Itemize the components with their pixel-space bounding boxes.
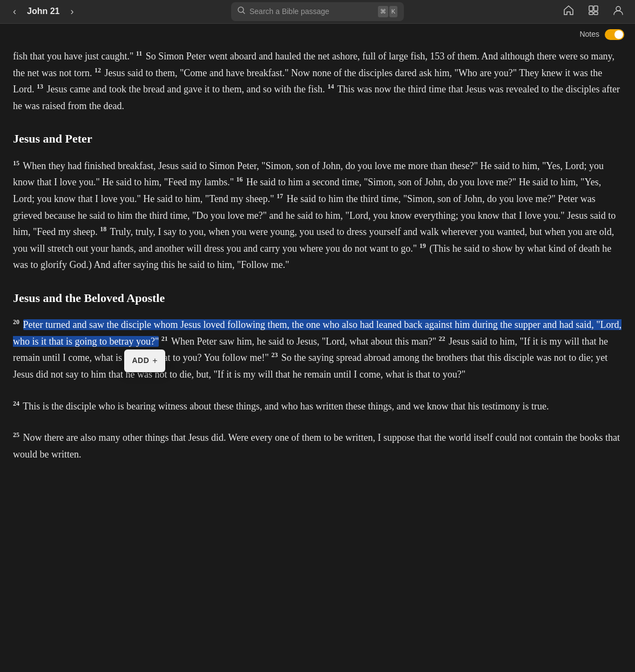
svg-rect-5 bbox=[594, 12, 598, 15]
verse-num-21: 21 bbox=[161, 335, 168, 342]
library-button[interactable] bbox=[585, 2, 602, 21]
svg-rect-4 bbox=[589, 12, 593, 15]
kbd-cmd: ⌘ bbox=[378, 6, 388, 17]
verse-num-25: 25 bbox=[13, 431, 19, 439]
chapter-title: John 21 bbox=[27, 4, 59, 18]
verse-block-peter: 15 When they had finished breakfast, Jes… bbox=[13, 158, 622, 273]
svg-point-6 bbox=[616, 6, 620, 11]
verse-num-16: 16 bbox=[237, 176, 243, 183]
verse-num-19: 19 bbox=[420, 242, 426, 250]
verse-num-23: 23 bbox=[271, 351, 278, 359]
verse-num-24: 24 bbox=[13, 400, 19, 407]
bible-content: fish that you have just caught." 11 So S… bbox=[0, 43, 635, 500]
verse-block-beloved: 20 Peter turned and saw the disciple who… bbox=[13, 317, 622, 382]
search-icon bbox=[238, 5, 245, 18]
verse-num-11: 11 bbox=[136, 50, 142, 57]
section-heading-peter: Jesus and Peter bbox=[13, 129, 622, 149]
add-popup[interactable]: ADD + bbox=[124, 350, 165, 372]
highlighted-text: Peter turned and saw the disciple whom J… bbox=[13, 319, 622, 347]
verse-num-15: 15 bbox=[13, 159, 19, 167]
verse-25-block: 25 Now there are also many other things … bbox=[13, 429, 622, 462]
notes-label: Notes bbox=[579, 28, 599, 41]
svg-line-1 bbox=[243, 12, 245, 14]
svg-rect-3 bbox=[594, 6, 598, 11]
svg-rect-2 bbox=[589, 6, 593, 11]
verse-num-18: 18 bbox=[100, 225, 106, 233]
add-plus: + bbox=[152, 353, 158, 368]
toggle-knob bbox=[614, 30, 623, 39]
search-shortcut: ⌘ K bbox=[378, 6, 397, 17]
toolbar-right bbox=[560, 2, 626, 21]
toolbar: ‹ John 21 › Search a Bible passage ⌘ K bbox=[0, 0, 635, 24]
user-button[interactable] bbox=[610, 2, 626, 21]
next-button[interactable]: › bbox=[66, 4, 78, 19]
verse-24-block: 24 This is the disciple who is bearing w… bbox=[13, 398, 622, 415]
notes-toggle[interactable] bbox=[605, 29, 624, 40]
notes-bar: Notes bbox=[0, 24, 635, 43]
search-placeholder: Search a Bible passage bbox=[249, 5, 374, 18]
search-bar[interactable]: Search a Bible passage ⌘ K bbox=[231, 2, 404, 21]
prev-button[interactable]: ‹ bbox=[9, 4, 21, 19]
add-label: ADD bbox=[132, 354, 149, 367]
home-button[interactable] bbox=[560, 2, 577, 21]
verse-num-20: 20 bbox=[13, 318, 19, 326]
verse-num-14: 14 bbox=[327, 83, 334, 90]
verse-intro-block: fish that you have just caught." 11 So S… bbox=[13, 48, 622, 114]
kbd-k: K bbox=[389, 6, 397, 17]
verse-num-12: 12 bbox=[94, 66, 101, 74]
verse-num-22: 22 bbox=[439, 335, 445, 342]
section-heading-beloved: Jesus and the Beloved Apostle bbox=[13, 288, 622, 308]
verse-num-17: 17 bbox=[276, 192, 283, 200]
verse-num-13: 13 bbox=[37, 83, 43, 90]
